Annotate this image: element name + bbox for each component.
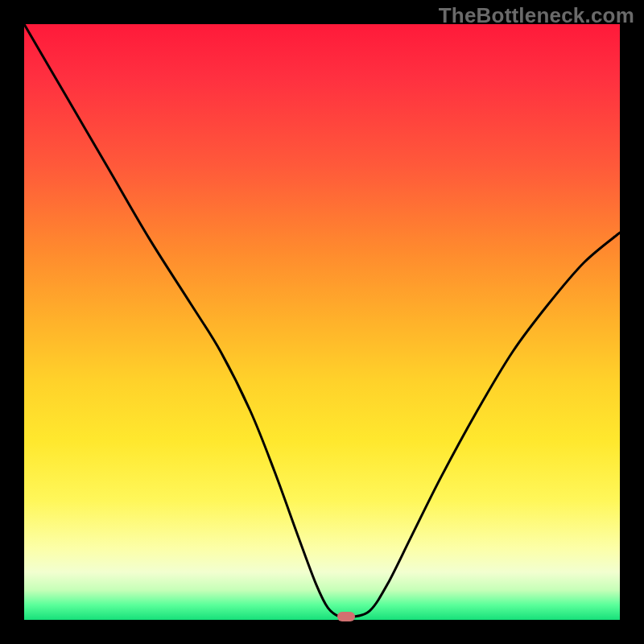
chart-container: TheBottleneck.com [0,0,644,644]
watermark-text: TheBottleneck.com [439,3,634,28]
optimal-marker [337,612,355,621]
bottleneck-curve [24,24,620,620]
curve-path [24,24,620,617]
